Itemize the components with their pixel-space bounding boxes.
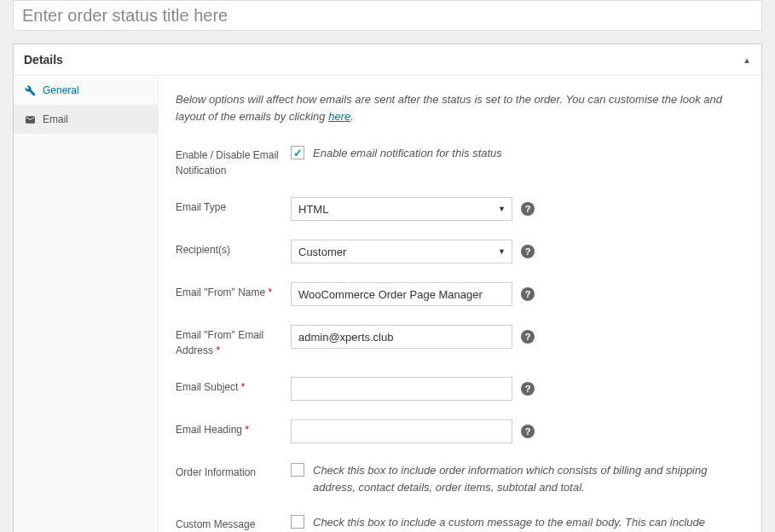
recipients-select[interactable]: Customer: [291, 240, 512, 263]
field-label: Enable / Disable Email Notification: [176, 145, 282, 178]
field-label: Custom Message: [176, 514, 282, 532]
sidebar-item-email[interactable]: Email: [14, 105, 158, 134]
sidebar-item-label: General: [43, 84, 79, 96]
checkbox-label: Check this box to include order informat…: [313, 462, 744, 495]
field-email-heading: Email Heading * ?: [176, 419, 744, 443]
field-from-name: Email "From" Name * ?: [176, 282, 744, 306]
checkbox-label: Enable email notification for this statu…: [313, 145, 502, 162]
from-name-input[interactable]: [291, 282, 512, 306]
help-icon[interactable]: ?: [521, 425, 535, 438]
help-icon[interactable]: ?: [521, 287, 535, 301]
field-label: Email Type: [176, 197, 282, 215]
sidebar-item-label: Email: [43, 113, 68, 125]
field-from-email: Email "From" Email Address * ?: [176, 325, 744, 358]
field-label: Email "From" Email Address *: [176, 325, 282, 358]
field-recipients: Recipient(s) Customer ?: [176, 240, 744, 263]
field-label: Email "From" Name *: [176, 282, 282, 300]
help-icon[interactable]: ?: [521, 202, 535, 216]
required-marker: *: [216, 344, 220, 356]
checkbox-label: Check this box to include a custom messa…: [313, 514, 744, 532]
field-label: Email Subject *: [176, 377, 282, 395]
email-icon: [24, 113, 36, 125]
details-panel: Details ▲ General Email Below options wi…: [13, 43, 762, 532]
field-email-type: Email Type HTML ?: [176, 197, 744, 221]
panel-body: General Email Below options will affect …: [14, 76, 761, 532]
order-information-checkbox[interactable]: [291, 463, 304, 477]
field-label: Email Heading *: [176, 419, 282, 437]
email-type-select[interactable]: HTML: [291, 197, 512, 221]
field-custom-message: Custom Message Check this box to include…: [176, 514, 744, 532]
collapse-toggle-icon[interactable]: ▲: [743, 55, 751, 65]
email-heading-input[interactable]: [291, 419, 512, 443]
help-icon[interactable]: ?: [521, 382, 535, 396]
required-marker: *: [269, 286, 273, 298]
wrench-icon: [24, 84, 36, 96]
email-subject-input[interactable]: [291, 377, 512, 401]
order-status-title-input[interactable]: [13, 0, 762, 31]
field-order-information: Order Information Check this box to incl…: [176, 462, 744, 495]
required-marker: *: [245, 424, 249, 436]
help-icon[interactable]: ?: [521, 330, 535, 344]
panel-header: Details ▲: [14, 44, 761, 76]
sidebar-item-general[interactable]: General: [14, 76, 158, 105]
panel-title: Details: [24, 53, 63, 66]
required-marker: *: [241, 381, 246, 393]
help-icon[interactable]: ?: [521, 245, 535, 258]
section-description: Below options will affect how emails are…: [176, 91, 744, 124]
field-label: Recipient(s): [176, 240, 282, 257]
customize-link[interactable]: here: [328, 110, 350, 123]
field-label: Order Information: [176, 462, 282, 480]
field-enable-notification: Enable / Disable Email Notification Enab…: [176, 145, 744, 178]
content-area: Below options will affect how emails are…: [159, 76, 761, 532]
custom-message-checkbox[interactable]: [291, 515, 304, 529]
field-email-subject: Email Subject * ?: [176, 377, 744, 401]
sidebar: General Email: [14, 76, 159, 532]
enable-notification-checkbox[interactable]: [291, 146, 304, 159]
from-email-input[interactable]: [291, 325, 512, 349]
